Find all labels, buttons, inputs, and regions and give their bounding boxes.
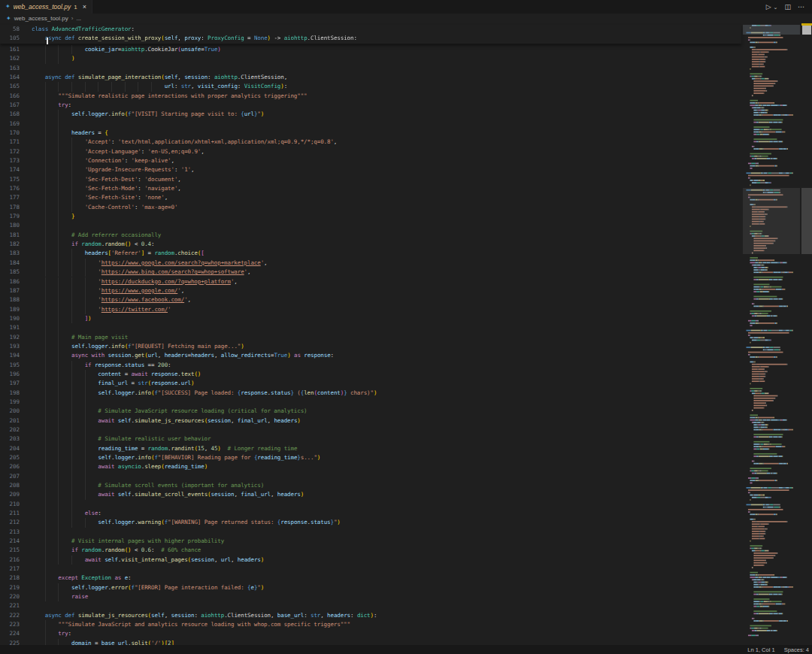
- code-line[interactable]: 175 'Sec-Fetch-Dest': 'document',: [0, 175, 741, 184]
- code-line[interactable]: 176 'Sec-Fetch-Mode': 'navigate',: [0, 184, 741, 193]
- breadcrumb-file[interactable]: web_access_tool.py: [14, 15, 68, 22]
- code-line[interactable]: 225 domain = base_url.split('/')[2]: [0, 639, 741, 645]
- line-number: 169: [0, 120, 20, 129]
- run-dropdown-chevron-icon[interactable]: ⌄: [774, 5, 778, 10]
- code-line[interactable]: 214 # Visit internal pages with higher p…: [0, 537, 741, 546]
- code-line[interactable]: 215 if random.random() < 0.6: # 60% chan…: [0, 546, 741, 555]
- code-line[interactable]: 213: [0, 528, 741, 537]
- code-line[interactable]: 174 'Upgrade-Insecure-Requests': '1',: [0, 165, 741, 174]
- code-lines[interactable]: 161 cookie_jar=aiohttp.CookieJar(unsafe=…: [0, 23, 812, 645]
- code-line[interactable]: 105 async def create_session_with_proxy(…: [0, 34, 741, 43]
- breadcrumb-symbol[interactable]: ...: [76, 15, 81, 22]
- code-line[interactable]: 168 self.logger.info(f"[VISIT] Starting …: [0, 110, 741, 119]
- code-editor[interactable]: 161 cookie_jar=aiohttp.CookieJar(unsafe=…: [0, 23, 812, 645]
- line-number: 175: [0, 175, 20, 184]
- code-line[interactable]: 216 await self.visit_internal_pages(sess…: [0, 556, 741, 565]
- code-line[interactable]: 182 if random.random() < 0.4:: [0, 240, 741, 249]
- line-number: 167: [0, 101, 20, 110]
- code-line[interactable]: 190 ]): [0, 314, 741, 323]
- split-editor-icon[interactable]: ◫: [784, 4, 791, 11]
- status-cursor-position[interactable]: Ln 1, Col 1: [747, 646, 774, 653]
- code-line[interactable]: 206 await asyncio.sleep(reading_time): [0, 462, 741, 471]
- code-line[interactable]: 200 # Simulate JavaScript resource loadi…: [0, 407, 741, 416]
- code-line[interactable]: 217: [0, 565, 741, 574]
- minimap-slider[interactable]: [743, 188, 800, 254]
- status-indentation[interactable]: Spaces: 4: [784, 646, 809, 653]
- code-line[interactable]: 193 self.logger.info(f"[REQUEST] Fetchin…: [0, 342, 741, 351]
- code-line[interactable]: 167 try:: [0, 101, 741, 110]
- code-line[interactable]: 58class AdvancedTrafficGenerator:: [0, 25, 741, 34]
- code-line[interactable]: 207: [0, 472, 741, 481]
- minimap[interactable]: [743, 23, 800, 645]
- code-line[interactable]: 222 async def simulate_js_resources(self…: [0, 611, 741, 620]
- code-line[interactable]: 187 'https://www.google.com/',: [0, 286, 741, 295]
- code-line[interactable]: 165 url: str, visit_config: VisitConfig)…: [0, 82, 741, 91]
- code-line[interactable]: 161 cookie_jar=aiohttp.CookieJar(unsafe=…: [0, 45, 741, 54]
- overview-ruler-cursor-marker: [802, 26, 811, 35]
- code-line[interactable]: 199: [0, 398, 741, 407]
- line-number: 223: [0, 620, 20, 629]
- code-line[interactable]: 179 }: [0, 212, 741, 221]
- code-line[interactable]: 180: [0, 221, 741, 230]
- code-line[interactable]: 171 'Accept': 'text/html,application/xht…: [0, 138, 741, 147]
- code-line[interactable]: 173 'Connection': 'keep-alive',: [0, 156, 741, 165]
- code-line[interactable]: 194 async with session.get(url, headers=…: [0, 351, 741, 360]
- close-icon[interactable]: ×: [83, 4, 86, 11]
- code-line[interactable]: 204 reading_time = random.randint(15, 45…: [0, 444, 741, 453]
- line-number: 205: [0, 453, 20, 462]
- code-line[interactable]: 172 'Accept-Language': 'en-US,en;q=0.9',: [0, 147, 741, 156]
- code-line[interactable]: 219 self.logger.error(f"[ERROR] Page int…: [0, 583, 741, 592]
- code-line[interactable]: 220 raise: [0, 592, 741, 601]
- line-number: 215: [0, 546, 20, 555]
- code-line[interactable]: 205 self.logger.info(f"[BEHAVIOR] Readin…: [0, 453, 741, 462]
- code-line[interactable]: 164 async def simulate_page_interaction(…: [0, 73, 741, 82]
- code-line[interactable]: 224 try:: [0, 629, 741, 638]
- run-icon[interactable]: ▷: [766, 4, 771, 11]
- code-line[interactable]: 166 """Simulate realistic page interacti…: [0, 92, 741, 101]
- sticky-scroll[interactable]: 58class AdvancedTrafficGenerator:105 asy…: [0, 25, 741, 44]
- code-line[interactable]: 198 self.logger.info(f"[SUCCESS] Page lo…: [0, 389, 741, 398]
- code-line[interactable]: 197 final_url = str(response.url): [0, 379, 741, 388]
- code-line[interactable]: 185 'https://www.bing.com/search?q=whop+…: [0, 268, 741, 277]
- code-line[interactable]: 208 # Simulate scroll events (important …: [0, 481, 741, 490]
- more-actions-icon[interactable]: ⋯: [798, 4, 804, 11]
- line-number: 105: [0, 34, 20, 43]
- code-line[interactable]: 170 headers = {: [0, 129, 741, 138]
- code-line[interactable]: 162 ): [0, 54, 741, 63]
- code-line[interactable]: 203 # Simulate realistic user behavior: [0, 434, 741, 444]
- code-line[interactable]: 201 await self.simulate_js_resources(ses…: [0, 416, 741, 425]
- code-line[interactable]: 211 else:: [0, 509, 741, 518]
- tab-web-access-tool[interactable]: ✦ web_access_tool.py 1 ×: [0, 0, 92, 14]
- code-line[interactable]: 195 if response.status == 200:: [0, 361, 741, 370]
- code-line[interactable]: 163: [0, 64, 741, 73]
- line-number: 213: [0, 528, 20, 537]
- line-number: 202: [0, 425, 20, 434]
- vertical-scrollbar[interactable]: [801, 23, 812, 645]
- code-line[interactable]: 223 """Simulate JavaScript and analytics…: [0, 620, 741, 629]
- code-line[interactable]: 189 'https://twitter.com/': [0, 305, 741, 314]
- code-line[interactable]: 209 await self.simulate_scroll_events(se…: [0, 490, 741, 499]
- minimap-top-highlight: [743, 25, 800, 35]
- code-line[interactable]: 192 # Main page visit: [0, 333, 741, 342]
- code-line[interactable]: 183 headers['Referer'] = random.choice([: [0, 249, 741, 258]
- code-line[interactable]: 210: [0, 500, 741, 509]
- code-line[interactable]: 178 'Cache-Control': 'max-age=0': [0, 203, 741, 212]
- code-line[interactable]: 196 content = await response.text(): [0, 370, 741, 379]
- tab-badge: 1: [74, 4, 77, 11]
- line-number: 168: [0, 110, 20, 119]
- scrollbar-thumb[interactable]: [801, 188, 812, 254]
- code-line[interactable]: 202: [0, 425, 741, 434]
- code-line[interactable]: 169: [0, 120, 741, 129]
- code-line[interactable]: 186 'https://duckduckgo.com/?q=whop+plat…: [0, 277, 741, 286]
- line-number: 58: [0, 25, 20, 34]
- code-line[interactable]: 191: [0, 323, 741, 332]
- code-line[interactable]: 184 'https://www.google.com/search?q=who…: [0, 259, 741, 268]
- code-line[interactable]: 181 # Add referrer occasionally: [0, 231, 741, 240]
- code-line[interactable]: 188 'https://www.facebook.com/',: [0, 295, 741, 304]
- code-line[interactable]: 221: [0, 601, 741, 610]
- line-number: 211: [0, 509, 20, 518]
- line-number: 180: [0, 221, 20, 230]
- code-line[interactable]: 218 except Exception as e:: [0, 574, 741, 583]
- code-line[interactable]: 177 'Sec-Fetch-Site': 'none',: [0, 193, 741, 202]
- code-line[interactable]: 212 self.logger.warning(f"[WARNING] Page…: [0, 518, 741, 527]
